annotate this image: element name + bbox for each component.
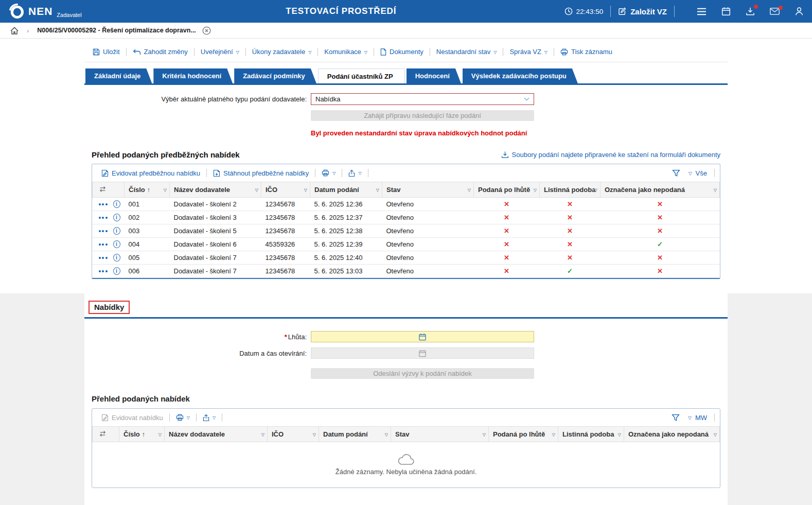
- section-divider: [84, 317, 728, 319]
- filter-caret-icon[interactable]: ▽: [714, 432, 717, 437]
- row-menu-button[interactable]: [99, 203, 108, 205]
- filter-caret-icon[interactable]: ▽: [618, 432, 621, 437]
- row-info-button[interactable]: i: [113, 227, 120, 235]
- export-table-button[interactable]: ▽: [198, 414, 221, 422]
- col-datum-podani[interactable]: Datum podání▽: [310, 182, 382, 198]
- col-podana-po-lhute[interactable]: Podaná po lhůtě▽: [489, 427, 558, 442]
- create-vz-button[interactable]: Založit VZ: [618, 7, 667, 16]
- download-prelim-bids-button[interactable]: Stáhnout předběžné nabídky: [208, 169, 314, 177]
- tab-zadavaci-podminky[interactable]: Zadávací podmínky: [234, 68, 316, 83]
- col-oznacena-jako-nepodana[interactable]: Označena jako nepodaná▽: [624, 427, 720, 442]
- cross-icon: ✕: [504, 254, 509, 262]
- breadcrumb-record[interactable]: N006/25/V00005292 - Řešení optimalizace …: [37, 27, 196, 34]
- filter-caret-icon[interactable]: ▽: [304, 187, 307, 192]
- contracting-actions-menu-button[interactable]: Úkony zadavatele ▽: [247, 48, 317, 56]
- table-row[interactable]: i003Dodavatel - školení 5123456785. 6. 2…: [93, 224, 720, 238]
- tab-podani-ucastniku-zp[interactable]: Podání účastníků ZP: [318, 68, 405, 83]
- col-stav[interactable]: Stav▽: [382, 182, 474, 198]
- row-menu-button[interactable]: [99, 243, 108, 246]
- filter-caret-icon[interactable]: ▽: [594, 187, 597, 192]
- col-listinna-podoba[interactable]: Listinná podoba▽: [540, 182, 601, 198]
- filter-caret-icon[interactable]: ▽: [261, 432, 264, 437]
- filter-caret-icon[interactable]: ▽: [164, 187, 167, 192]
- filter-caret-icon[interactable]: ▽: [714, 187, 717, 192]
- col-nazev-dodavatele[interactable]: Název dodavatele▽: [165, 427, 268, 442]
- row-menu-button[interactable]: [99, 270, 108, 272]
- view-filter-select[interactable]: ▽ Vše: [686, 169, 709, 177]
- row-info-button[interactable]: i: [113, 214, 120, 221]
- tab-hodnoceni[interactable]: Hodnocení: [407, 68, 461, 83]
- filter-caret-icon[interactable]: ▽: [552, 432, 555, 437]
- filter-caret-icon[interactable]: ▽: [158, 432, 162, 437]
- publish-menu-button[interactable]: Uveřejnění ▽: [196, 48, 244, 56]
- row-info-button[interactable]: i: [113, 200, 120, 208]
- row-info-button[interactable]: i: [113, 267, 120, 275]
- table-row[interactable]: i001Dodavatel - školení 2123456785. 6. 2…: [93, 198, 720, 211]
- menu-button[interactable]: [697, 8, 707, 15]
- submission-files-link[interactable]: Soubory podání najdete připravené ke sta…: [501, 151, 720, 159]
- col-datum-podani[interactable]: Datum podání▽: [319, 427, 391, 442]
- downloads-button[interactable]: [746, 7, 755, 16]
- export-table-button[interactable]: ▽: [343, 169, 366, 177]
- filter-caret-icon[interactable]: ▽: [483, 432, 486, 437]
- tab-vysledek-zadavaciho-postupu[interactable]: Výsledek zadávacího postupu: [463, 68, 578, 83]
- filter-caret-icon[interactable]: ▽: [385, 432, 388, 437]
- col-nazev-dodavatele[interactable]: Název dodavatele▽: [170, 182, 261, 198]
- next-phase-button[interactable]: Zahájit přípravu následující fáze podání: [311, 110, 534, 121]
- documents-button[interactable]: Dokumenty: [375, 48, 429, 56]
- col-oznacena-jako-nepodana[interactable]: Označena jako nepodaná▽: [601, 182, 720, 198]
- discard-changes-button[interactable]: Zahodit změny: [128, 48, 193, 56]
- filter-button[interactable]: [670, 169, 682, 177]
- row-menu-button[interactable]: [99, 257, 108, 259]
- view-filter-select[interactable]: ▽ MW: [686, 414, 709, 422]
- document-icon: [380, 48, 386, 56]
- filter-caret-icon[interactable]: ▽: [313, 432, 316, 437]
- vz-admin-menu-button[interactable]: Správa VZ ▽: [504, 48, 553, 56]
- dropdown-caret-icon: ▽: [332, 171, 336, 176]
- communication-menu-button[interactable]: Komunikace ▽: [319, 48, 373, 56]
- row-info-button[interactable]: i: [113, 240, 120, 248]
- table-row[interactable]: i006Dodavatel - školení 7123456785. 6. 2…: [93, 265, 720, 278]
- dropdown-caret-icon: ▽: [688, 416, 692, 421]
- calendar-button[interactable]: [721, 7, 731, 16]
- column-settings-header[interactable]: [93, 182, 125, 198]
- register-bid-button[interactable]: Evidovat nabídku: [96, 414, 168, 422]
- col-ico[interactable]: IČO▽: [261, 182, 310, 198]
- col-ico[interactable]: IČO▽: [268, 427, 319, 442]
- table-row[interactable]: i002Dodavatel - školení 3123456785. 6. 2…: [93, 211, 720, 224]
- messages-button[interactable]: [770, 8, 780, 15]
- col-listinna-podoba[interactable]: Listinná podoba▽: [558, 427, 624, 442]
- column-settings-header[interactable]: [93, 427, 119, 442]
- table-row[interactable]: i005Dodavatel - školení 7123456785. 6. 2…: [93, 251, 720, 265]
- deadline-calendar-button[interactable]: [419, 333, 427, 341]
- tab-zakladni-udaje[interactable]: Základní údaje: [85, 68, 152, 83]
- print-table-button[interactable]: ▽: [316, 169, 341, 177]
- filter-caret-icon[interactable]: ▽: [534, 187, 537, 192]
- send-invite-button[interactable]: Odeslání výzvy k podání nabídek: [311, 368, 534, 379]
- save-button[interactable]: Uložit: [87, 48, 125, 56]
- filter-caret-icon[interactable]: ▽: [376, 187, 379, 192]
- home-button[interactable]: [10, 27, 19, 34]
- col-podana-po-lhute[interactable]: Podaná po lhůtě▽: [474, 182, 540, 198]
- table-row[interactable]: i004Dodavatel - školení 6453593265. 6. 2…: [93, 238, 720, 251]
- filter-button[interactable]: [669, 414, 682, 422]
- nonstandard-state-menu-button[interactable]: Nestandardní stav ▽: [431, 48, 502, 56]
- print-record-button[interactable]: Tisk záznamu: [555, 48, 617, 56]
- filter-caret-icon[interactable]: ▽: [255, 187, 258, 192]
- row-menu-button[interactable]: [99, 217, 108, 219]
- register-prelim-bid-button[interactable]: Evidovat předběžnou nabídku: [96, 169, 205, 177]
- submission-type-select[interactable]: Nabídka: [311, 93, 534, 105]
- profile-button[interactable]: [795, 7, 804, 16]
- filter-caret-icon[interactable]: ▽: [468, 187, 471, 192]
- offers-form: *Lhůta: Datum a čas otevírání:: [84, 331, 728, 379]
- col-stav[interactable]: Stav▽: [391, 427, 489, 442]
- opening-calendar-button[interactable]: [419, 350, 427, 357]
- print-table-button[interactable]: ▽: [171, 414, 195, 421]
- close-record-button[interactable]: [202, 26, 211, 35]
- col-cislo[interactable]: Číslo↑▽: [125, 182, 170, 198]
- nen-logo[interactable]: NEN Zadavatel: [8, 3, 82, 20]
- row-menu-button[interactable]: [99, 230, 108, 232]
- row-info-button[interactable]: i: [113, 254, 120, 262]
- col-cislo[interactable]: Číslo↑▽: [119, 427, 165, 442]
- tab-kriteria-hodnoceni[interactable]: Kritéria hodnocení: [153, 68, 233, 83]
